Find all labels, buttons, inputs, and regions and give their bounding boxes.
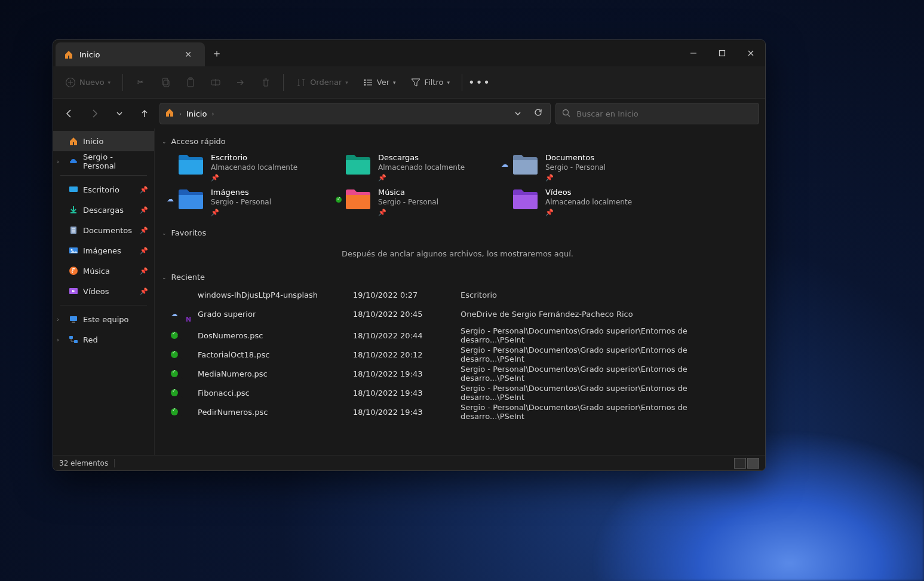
folder-location: Sergio - Personal: [545, 163, 606, 172]
sidebar-item-downloads[interactable]: Descargas 📌: [53, 200, 154, 220]
cloud-status-icon: ☁: [167, 195, 174, 203]
folder-name: Documentos: [545, 153, 606, 162]
favorites-empty-message: Después de anclar algunos archivos, los …: [159, 241, 756, 269]
titlebar[interactable]: Inicio ✕ ＋: [53, 40, 765, 66]
recent-item[interactable]: ☁ Grado superior 18/10/2022 20:45 OneDri…: [159, 304, 756, 323]
recent-item[interactable]: MediaNumero.psc 18/10/2022 19:43 Sergio …: [159, 362, 756, 381]
pin-icon: 📌: [545, 174, 606, 182]
more-button[interactable]: •••: [468, 74, 491, 91]
sidebar-item-pictures[interactable]: Imágenes 📌: [53, 240, 154, 261]
file-date: 18/10/2022 19:43: [353, 408, 461, 417]
maximize-button[interactable]: [708, 40, 736, 66]
chevron-right-icon[interactable]: ›: [57, 158, 59, 165]
sort-button[interactable]: Ordenar ▾: [290, 74, 354, 91]
recent-item[interactable]: PedirNumeros.psc 18/10/2022 19:43 Sergio…: [159, 400, 756, 419]
back-button[interactable]: [59, 103, 79, 124]
refresh-button[interactable]: [531, 108, 545, 120]
file-explorer-window: Inicio ✕ ＋ Nuevo ▾ ✂ Ordenar ▾: [53, 39, 766, 471]
sidebar-label: Sergio - Personal: [83, 152, 148, 170]
file-location: OneDrive de Sergio Fernández-Pacheco Ric…: [461, 310, 753, 319]
recent-item[interactable]: windows-IhDjusLtpP4-unsplash 19/10/2022 …: [159, 285, 756, 304]
quick-access-item[interactable]: Escritorio Almacenado localmente 📌: [177, 153, 333, 182]
forward-button[interactable]: [84, 103, 105, 124]
new-button[interactable]: Nuevo ▾: [59, 74, 116, 91]
pin-icon: 📌: [140, 247, 148, 255]
tab-inicio[interactable]: Inicio ✕: [56, 42, 205, 66]
quick-access-item[interactable]: ☁ Imágenes Sergio - Personal 📌: [177, 188, 333, 216]
chevron-right-icon[interactable]: ›: [57, 316, 59, 323]
folder-location: Sergio - Personal: [211, 198, 271, 206]
address-dropdown[interactable]: [509, 108, 526, 120]
minimize-button[interactable]: [679, 40, 708, 66]
chevron-right-icon[interactable]: ›: [57, 337, 59, 343]
group-label: Reciente: [171, 273, 205, 282]
cut-button: ✂: [129, 74, 152, 91]
file-name: FactorialOct18.psc: [198, 350, 353, 359]
recent-item[interactable]: DosNumeros.psc 18/10/2022 20:44 Sergio -…: [159, 323, 756, 343]
cloud-icon: [69, 157, 78, 166]
sidebar-label: Vídeos: [83, 287, 109, 296]
quick-access-item[interactable]: Descargas Almacenado localmente 📌: [345, 153, 500, 182]
network-icon: [69, 335, 78, 344]
svg-point-19: [563, 109, 569, 115]
group-favorites[interactable]: ⌄ Favoritos: [159, 225, 756, 241]
tab-close-button[interactable]: ✕: [180, 47, 197, 62]
svg-line-20: [568, 114, 570, 117]
quick-access-item[interactable]: Vídeos Almacenado localmente 📌: [512, 188, 667, 216]
home-icon: [64, 50, 73, 59]
file-name: Fibonacci.psc: [198, 389, 353, 397]
close-button[interactable]: [736, 40, 765, 66]
folder-name: Vídeos: [545, 188, 632, 197]
file-name: MediaNumero.psc: [198, 369, 353, 378]
up-button[interactable]: [134, 103, 155, 124]
sidebar-item-videos[interactable]: Vídeos 📌: [53, 281, 154, 301]
filter-button[interactable]: Filtro ▾: [404, 74, 456, 91]
search-box[interactable]: [555, 103, 759, 124]
sidebar-item-network[interactable]: › Red: [53, 329, 154, 350]
filter-label: Filtro: [425, 78, 444, 87]
navbar: › Inicio ›: [53, 99, 765, 129]
group-recent[interactable]: ⌄ Reciente: [159, 269, 756, 285]
recent-locations-button[interactable]: [109, 103, 130, 124]
copy-button: [154, 74, 177, 91]
search-input[interactable]: [576, 109, 753, 118]
view-button[interactable]: Ver ▾: [357, 74, 402, 91]
chevron-right-icon[interactable]: ›: [211, 111, 214, 117]
sidebar-item-home[interactable]: Inicio: [53, 131, 154, 151]
svg-point-15: [364, 81, 366, 83]
sidebar-item-onedrive[interactable]: › Sergio - Personal: [53, 151, 154, 172]
file-name: Grado superior: [198, 310, 353, 319]
file-location: Sergio - Personal\Documentos\Grado super…: [461, 403, 753, 421]
recent-item[interactable]: FactorialOct18.psc 18/10/2022 20:12 Serg…: [159, 343, 756, 362]
svg-point-28: [69, 267, 78, 275]
new-label: Nuevo: [79, 78, 105, 87]
new-tab-button[interactable]: ＋: [205, 40, 229, 66]
sidebar-item-desktop[interactable]: Escritorio 📌: [53, 179, 154, 200]
quick-access-item[interactable]: ☁ Documentos Sergio - Personal 📌: [512, 153, 667, 182]
sidebar-item-music[interactable]: Música 📌: [53, 261, 154, 281]
pin-icon: 📌: [545, 209, 632, 216]
content-pane[interactable]: ⌄ Acceso rápido Escritorio Almacenado lo…: [155, 129, 765, 455]
sidebar-item-thispc[interactable]: › Este equipo: [53, 309, 154, 329]
thumbnails-view-button[interactable]: [747, 458, 759, 469]
file-date: 18/10/2022 20:45: [353, 310, 461, 319]
file-name: PedirNumeros.psc: [198, 408, 353, 417]
share-button: [229, 74, 252, 91]
quick-access-item[interactable]: Música Sergio - Personal 📌: [345, 188, 500, 216]
details-view-button[interactable]: [734, 458, 746, 469]
address-bar[interactable]: › Inicio ›: [159, 103, 551, 124]
file-date: 19/10/2022 0:27: [353, 290, 461, 299]
recent-item[interactable]: Fibonacci.psc 18/10/2022 19:43 Sergio - …: [159, 381, 756, 400]
pin-icon: 📌: [140, 227, 148, 234]
svg-rect-30: [70, 316, 77, 321]
rename-icon: [210, 77, 221, 88]
music-icon: [69, 266, 78, 276]
folder-location: Almacenado localmente: [211, 163, 297, 172]
svg-rect-8: [164, 80, 169, 87]
folder-icon: [177, 188, 204, 210]
breadcrumb-current[interactable]: Inicio: [186, 109, 207, 118]
group-quick-access[interactable]: ⌄ Acceso rápido: [159, 133, 756, 149]
sidebar-item-documents[interactable]: Documentos 📌: [53, 220, 154, 240]
pin-icon: 📌: [211, 174, 297, 182]
chevron-down-icon: ▾: [108, 79, 111, 85]
